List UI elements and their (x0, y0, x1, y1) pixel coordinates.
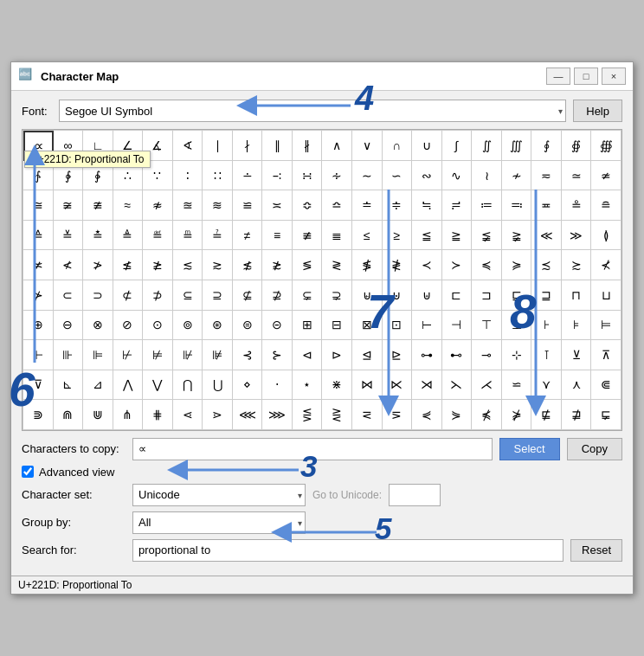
char-cell[interactable]: ⊬ (113, 340, 144, 370)
char-cell[interactable]: ≥ (383, 221, 413, 251)
char-cell[interactable]: ≁ (502, 161, 532, 191)
char-cell[interactable]: ≾ (531, 250, 562, 280)
help-button[interactable]: Help (573, 100, 622, 122)
char-cell[interactable]: ∦ (293, 131, 323, 161)
char-cell[interactable]: ⊝ (262, 311, 293, 341)
char-cell[interactable]: ∬ (472, 131, 502, 161)
char-cell[interactable]: ≬ (591, 221, 621, 251)
char-cell[interactable]: ⊿ (83, 370, 113, 401)
char-cell[interactable]: ⋋ (442, 370, 473, 401)
char-cell[interactable]: ∺ (293, 161, 323, 191)
char-cell[interactable]: ⊆ (173, 280, 203, 311)
char-cell[interactable]: ∶ (173, 161, 203, 191)
char-cell[interactable]: ⊫ (83, 340, 113, 370)
char-cell[interactable]: ⋎ (531, 370, 562, 401)
search-input[interactable] (132, 539, 564, 562)
char-cell[interactable]: ≃ (562, 161, 592, 191)
char-cell[interactable]: ⊘ (113, 311, 144, 341)
char-cell[interactable]: ⊦ (531, 311, 562, 341)
copy-input[interactable] (132, 438, 493, 460)
char-cell[interactable]: ⊈ (233, 280, 263, 311)
char-cell[interactable]: ⊷ (442, 340, 473, 370)
char-cell[interactable]: ⊣ (442, 311, 473, 341)
char-cell[interactable]: ∥ (262, 131, 293, 161)
char-cell[interactable]: ⋁ (143, 370, 173, 401)
char-cell[interactable]: ⊲ (293, 340, 323, 370)
char-cell[interactable]: ⋓ (83, 400, 113, 430)
char-cell[interactable]: ⊀ (591, 250, 621, 280)
char-cell[interactable]: ⊄ (113, 280, 144, 311)
char-cell[interactable]: ⋈ (352, 370, 383, 401)
char-cell[interactable]: ⊙ (143, 311, 173, 341)
char-cell[interactable]: ⊳ (322, 340, 352, 370)
char-cell[interactable]: ≑ (383, 190, 413, 221)
char-cell[interactable]: ≘ (591, 190, 621, 221)
reset-button[interactable]: Reset (570, 539, 622, 562)
char-cell[interactable]: ≉ (143, 190, 173, 221)
char-cell[interactable]: ⋜ (352, 400, 383, 430)
char-cell[interactable]: ≮ (54, 250, 84, 280)
char-cell[interactable]: ∪ (412, 131, 442, 161)
char-cell[interactable]: ⊭ (143, 340, 173, 370)
char-cell[interactable]: ⊜ (233, 311, 263, 341)
char-cell[interactable]: ≲ (173, 250, 203, 280)
char-cell[interactable]: ∸ (233, 161, 263, 191)
char-cell[interactable]: ⋉ (383, 370, 413, 401)
char-cell[interactable]: ⊏ (442, 280, 473, 311)
advanced-view-label[interactable]: Advanced view (39, 466, 114, 479)
char-cell[interactable]: ⊐ (472, 280, 502, 311)
maximize-button[interactable]: □ (574, 68, 598, 85)
char-cell[interactable]: ≀ (472, 161, 502, 191)
char-cell[interactable]: ≙ (23, 221, 54, 251)
char-cell[interactable]: ≡ (262, 221, 293, 251)
char-cell[interactable]: ⊻ (562, 340, 592, 370)
char-cell[interactable]: ∰ (591, 131, 621, 161)
char-cell[interactable]: ≻ (442, 250, 473, 280)
char-cell[interactable]: ⊪ (54, 340, 84, 370)
char-cell[interactable]: ≣ (322, 221, 352, 251)
char-cell[interactable]: ⋑ (23, 400, 54, 430)
char-cell[interactable]: ⋖ (173, 400, 203, 430)
char-cell[interactable]: ⊂ (54, 280, 84, 311)
char-cell[interactable]: ⊗ (83, 311, 113, 341)
char-cell[interactable]: ∤ (233, 131, 263, 161)
char-cell[interactable]: ⋄ (233, 370, 263, 401)
char-cell[interactable]: ≎ (293, 190, 323, 221)
char-cell[interactable]: ⊔ (591, 280, 621, 311)
char-cell[interactable]: ≵ (262, 250, 293, 280)
copy-button[interactable]: Copy (567, 438, 622, 460)
char-cell[interactable]: ⋅ (262, 370, 293, 401)
char-cell[interactable]: ≱ (143, 250, 173, 280)
char-cell[interactable]: ⋣ (562, 400, 592, 430)
char-cell[interactable]: ≫ (562, 221, 592, 251)
char-cell[interactable]: ≪ (531, 221, 562, 251)
char-cell[interactable]: ⊺ (531, 340, 562, 370)
char-cell[interactable]: ⊕ (23, 311, 54, 341)
char-cell[interactable]: ⋞ (412, 400, 442, 430)
go-to-unicode-input[interactable] (389, 484, 441, 506)
char-cell[interactable]: ⋇ (322, 370, 352, 401)
char-cell[interactable]: ≷ (322, 250, 352, 280)
char-cell[interactable]: ≢ (293, 221, 323, 251)
char-cell[interactable]: ≛ (83, 221, 113, 251)
char-cell[interactable]: ⋊ (412, 370, 442, 401)
char-cell[interactable]: ≸ (352, 250, 383, 280)
char-cell[interactable]: ≆ (54, 190, 84, 221)
char-cell[interactable]: ⋔ (113, 400, 144, 430)
char-cell[interactable]: ⊓ (562, 280, 592, 311)
char-cell[interactable]: ⋝ (383, 400, 413, 430)
char-cell[interactable]: ⋤ (591, 400, 621, 430)
char-cell[interactable]: ⋢ (531, 400, 562, 430)
char-cell[interactable]: ≳ (203, 250, 233, 280)
char-cell[interactable]: ∭ (502, 131, 532, 161)
char-cell[interactable]: ≴ (233, 250, 263, 280)
char-cell[interactable]: ⊅ (143, 280, 173, 311)
char-cell[interactable]: ≶ (293, 250, 323, 280)
char-cell[interactable]: ⋛ (322, 400, 352, 430)
char-cell[interactable]: ⊛ (203, 311, 233, 341)
char-cell[interactable]: ⊎ (412, 280, 442, 311)
char-cell[interactable]: ≩ (502, 221, 532, 251)
char-cell[interactable]: ∻ (322, 161, 352, 191)
char-cell[interactable]: ≍ (262, 190, 293, 221)
char-cell[interactable]: ∷ (203, 161, 233, 191)
